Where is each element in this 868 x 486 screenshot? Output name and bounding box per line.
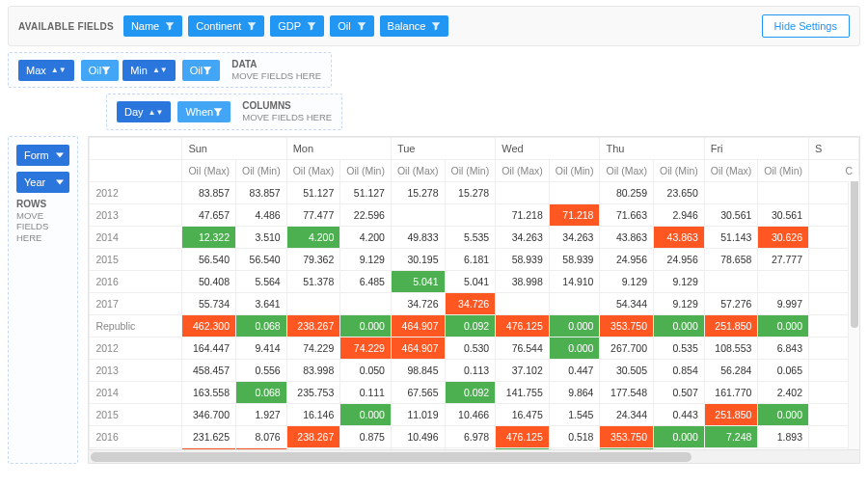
- data-cell[interactable]: [340, 292, 392, 314]
- data-cell[interactable]: 23.650: [654, 181, 705, 203]
- field-chip-gdp[interactable]: GDP: [270, 15, 324, 37]
- data-cell[interactable]: 164.447: [182, 337, 236, 359]
- data-cell[interactable]: 353.750: [600, 425, 654, 447]
- row-label[interactable]: 2013: [90, 203, 182, 226]
- day-header[interactable]: Tue: [391, 137, 495, 159]
- subcol-header[interactable]: Oil (Max): [704, 159, 758, 181]
- data-cell[interactable]: 56.284: [704, 359, 758, 381]
- data-cell[interactable]: 6.485: [340, 270, 392, 292]
- agg-chip-max[interactable]: Max▲▼: [18, 60, 74, 81]
- data-cell[interactable]: 2.946: [654, 203, 705, 226]
- data-cell[interactable]: 11.019: [391, 403, 445, 425]
- data-cell[interactable]: 0.000: [758, 403, 809, 425]
- data-cell[interactable]: [496, 181, 550, 203]
- data-cell[interactable]: 0.000: [340, 403, 392, 425]
- agg-chip-min[interactable]: Min▲▼: [122, 60, 176, 81]
- data-cell[interactable]: 251.850: [704, 314, 758, 337]
- data-cell[interactable]: 4.486: [236, 203, 287, 226]
- data-cell[interactable]: 0.535: [654, 337, 705, 359]
- data-cell[interactable]: 1.927: [236, 403, 287, 425]
- row-label[interactable]: Republic: [90, 314, 182, 337]
- data-cell[interactable]: 4.200: [340, 226, 392, 248]
- data-cell[interactable]: 161.770: [704, 381, 758, 403]
- data-cell[interactable]: 83.857: [182, 181, 236, 203]
- data-cell[interactable]: 0.854: [654, 359, 705, 381]
- hide-settings-button[interactable]: Hide Settings: [762, 14, 850, 38]
- data-cell[interactable]: [549, 181, 600, 203]
- field-chip-continent[interactable]: Continent: [188, 15, 264, 37]
- subcol-header[interactable]: Oil (Min): [236, 159, 287, 181]
- data-cell[interactable]: 163.558: [182, 381, 236, 403]
- data-cell[interactable]: 346.700: [182, 403, 236, 425]
- subcol-header[interactable]: Oil (Max): [286, 159, 340, 181]
- subcol-header[interactable]: Oil (Min): [340, 159, 392, 181]
- data-cell[interactable]: 38.998: [496, 270, 550, 292]
- data-cell[interactable]: 458.457: [182, 359, 236, 381]
- data-cell[interactable]: 14.910: [549, 270, 600, 292]
- data-cell[interactable]: 30.561: [704, 203, 758, 226]
- data-cell[interactable]: 267.700: [600, 337, 654, 359]
- data-cell[interactable]: 55.734: [182, 292, 236, 314]
- data-cell[interactable]: 0.443: [654, 403, 705, 425]
- day-header[interactable]: Sun: [182, 137, 286, 159]
- data-cell[interactable]: 54.344: [600, 292, 654, 314]
- row-label[interactable]: 2014: [90, 381, 182, 403]
- data-cell[interactable]: 6.181: [445, 248, 496, 270]
- row-label[interactable]: 2016: [90, 425, 182, 447]
- data-cell[interactable]: 5.041: [445, 270, 496, 292]
- data-cell[interactable]: 108.553: [704, 337, 758, 359]
- data-cell[interactable]: 30.505: [600, 359, 654, 381]
- row-label[interactable]: 2015: [90, 248, 182, 270]
- row-label[interactable]: 2012: [90, 337, 182, 359]
- data-cell[interactable]: 5.535: [445, 226, 496, 248]
- data-cell[interactable]: 76.544: [496, 337, 550, 359]
- data-cell[interactable]: 3.510: [236, 226, 287, 248]
- data-cell[interactable]: 16.475: [496, 403, 550, 425]
- data-cell[interactable]: 43.863: [600, 226, 654, 248]
- data-cell[interactable]: 0.000: [654, 314, 705, 337]
- row-label[interactable]: 2017: [90, 447, 182, 449]
- data-cell[interactable]: 2.402: [758, 381, 809, 403]
- data-cell[interactable]: 0.000: [549, 337, 600, 359]
- data-cell[interactable]: 464.907: [391, 314, 445, 337]
- data-cell[interactable]: [758, 270, 809, 292]
- data-cell[interactable]: 5.041: [391, 270, 445, 292]
- data-cell[interactable]: [704, 270, 758, 292]
- data-cell[interactable]: 47.657: [182, 203, 236, 226]
- data-cell[interactable]: 0.111: [340, 381, 392, 403]
- data-cell[interactable]: 15.278: [391, 181, 445, 203]
- data-cell[interactable]: [758, 181, 809, 203]
- data-cell[interactable]: 51.378: [286, 270, 340, 292]
- data-cell[interactable]: 30.561: [758, 203, 809, 226]
- day-header[interactable]: Fri: [704, 137, 808, 159]
- day-header[interactable]: Thu: [600, 137, 704, 159]
- data-cell[interactable]: 0.000: [340, 314, 392, 337]
- data-cell[interactable]: 9.129: [654, 270, 705, 292]
- day-header[interactable]: Wed: [496, 137, 600, 159]
- data-cell[interactable]: 141.755: [496, 381, 550, 403]
- data-cell[interactable]: 30.195: [391, 248, 445, 270]
- data-cell[interactable]: 462.300: [182, 314, 236, 337]
- data-cell[interactable]: 15.278: [445, 181, 496, 203]
- data-cell[interactable]: 24.956: [600, 248, 654, 270]
- data-cell[interactable]: 71.663: [600, 203, 654, 226]
- data-cell[interactable]: 9.129: [340, 248, 392, 270]
- data-cell[interactable]: 238.267: [286, 314, 340, 337]
- data-cell[interactable]: 177.548: [600, 381, 654, 403]
- data-cell[interactable]: 8.076: [236, 425, 287, 447]
- data-cell[interactable]: 9.414: [236, 337, 287, 359]
- data-cell[interactable]: 80.259: [600, 181, 654, 203]
- data-cell[interactable]: [445, 203, 496, 226]
- data-cell[interactable]: 30.626: [758, 226, 809, 248]
- data-cell[interactable]: 0.530: [445, 337, 496, 359]
- data-cell[interactable]: 22.596: [340, 203, 392, 226]
- data-cell[interactable]: 71.218: [549, 203, 600, 226]
- data-cell[interactable]: 0.875: [340, 425, 392, 447]
- data-cell[interactable]: 16.146: [286, 403, 340, 425]
- data-cell[interactable]: 50.408: [182, 270, 236, 292]
- data-cell[interactable]: 79.362: [286, 248, 340, 270]
- data-cell[interactable]: 0.092: [445, 314, 496, 337]
- subcol-header[interactable]: Oil (Max): [496, 159, 550, 181]
- data-cell[interactable]: 56.540: [182, 248, 236, 270]
- field-chip-oil[interactable]: Oil: [182, 60, 220, 81]
